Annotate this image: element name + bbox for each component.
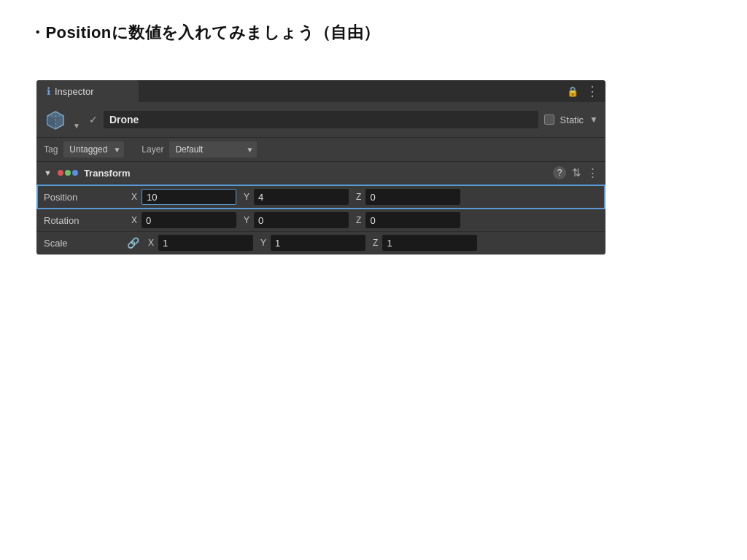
transform-more-icon[interactable]: ⋮ <box>587 166 598 179</box>
scale-x-input[interactable] <box>158 235 253 251</box>
instruction-text: ・Positionに数値を入れてみましょう（自由） <box>29 22 380 44</box>
rotation-label: Rotation <box>44 215 124 226</box>
more-menu-icon[interactable]: ⋮ <box>586 83 598 99</box>
rotation-z-input[interactable] <box>365 212 460 228</box>
position-x-input[interactable] <box>142 189 236 205</box>
object-icon <box>44 108 67 131</box>
rotation-x-axis-label: X <box>131 215 137 225</box>
transform-icon <box>58 170 78 176</box>
rotation-y-axis-label: Y <box>244 215 249 225</box>
transform-settings-icon[interactable]: ⇅ <box>572 166 581 179</box>
static-checkbox[interactable] <box>544 114 554 125</box>
layer-label: Layer <box>142 144 163 155</box>
position-y-input[interactable] <box>254 189 349 205</box>
scale-label: Scale <box>44 238 124 249</box>
page-container: ・Positionに数値を入れてみましょう（自由） ℹ Inspector 🔒 … <box>0 0 747 560</box>
tab-bar: ℹ Inspector 🔒 ⋮ <box>36 80 605 102</box>
scale-row: Scale 🔗 X Y Z <box>36 232 605 254</box>
layer-dropdown-wrapper: Default ▼ <box>169 141 257 158</box>
scale-y-axis-label: Y <box>260 238 266 248</box>
rotation-row: Rotation X Y Z <box>36 209 605 232</box>
lock-icon[interactable]: 🔒 <box>567 86 578 97</box>
rotation-z-axis-label: Z <box>356 215 361 225</box>
object-expand-arrow[interactable]: ▼ <box>73 122 80 130</box>
static-label: Static <box>560 114 584 125</box>
object-name-input[interactable] <box>104 111 538 128</box>
transform-header: ▼ Transform ? ⇅ ⋮ <box>36 162 605 184</box>
inspector-tab[interactable]: ℹ Inspector <box>36 80 139 102</box>
rotation-y-input[interactable] <box>254 212 349 228</box>
transform-expand-arrow[interactable]: ▼ <box>44 168 52 177</box>
object-active-checkbox[interactable]: ✓ <box>89 114 98 125</box>
position-label: Position <box>44 192 124 203</box>
position-row: Position X Y Z <box>36 184 605 209</box>
inspector-tab-label: Inspector <box>55 86 93 97</box>
tag-dropdown[interactable]: Untagged <box>63 141 124 158</box>
transform-icons-right: ? ⇅ ⋮ <box>553 166 598 179</box>
cube-icon <box>45 109 66 130</box>
scale-z-axis-label: Z <box>373 238 378 248</box>
scale-z-input[interactable] <box>382 235 477 251</box>
rotation-x-input[interactable] <box>142 212 236 228</box>
transform-icon-red <box>58 170 63 176</box>
scale-x-axis-label: X <box>148 238 154 248</box>
transform-help-icon[interactable]: ? <box>553 166 566 179</box>
position-z-axis-label: Z <box>356 192 361 202</box>
object-row: ▼ ✓ Static ▼ <box>36 102 605 138</box>
static-dropdown-arrow[interactable]: ▼ <box>589 114 598 125</box>
transform-icon-green <box>65 170 71 176</box>
inspector-tab-icon: ℹ <box>47 85 50 97</box>
tag-label: Tag <box>44 144 58 155</box>
tag-dropdown-wrapper: Untagged ▼ <box>63 141 124 158</box>
transform-icon-blue <box>72 170 78 176</box>
position-x-axis-label: X <box>131 192 137 202</box>
transform-label: Transform <box>84 168 547 179</box>
transform-body: Position X Y Z Rotation X Y Z Scale <box>36 184 605 254</box>
layer-dropdown[interactable]: Default <box>169 141 257 158</box>
position-z-input[interactable] <box>365 189 460 205</box>
scale-y-input[interactable] <box>271 235 365 251</box>
inspector-panel: ℹ Inspector 🔒 ⋮ <box>36 80 605 254</box>
tag-layer-row: Tag Untagged ▼ Layer Default ▼ <box>36 138 605 162</box>
position-y-axis-label: Y <box>244 192 249 202</box>
tab-right-icons: 🔒 ⋮ <box>567 80 605 102</box>
scale-link-icon[interactable]: 🔗 <box>127 237 139 249</box>
